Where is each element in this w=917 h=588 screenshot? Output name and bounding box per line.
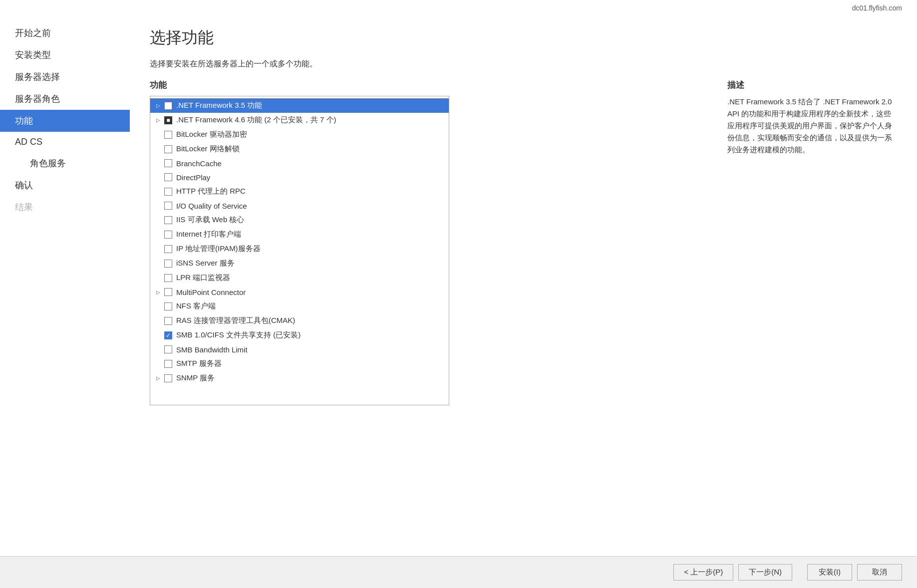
feature-item-smb1[interactable]: ✓SMB 1.0/CIFS 文件共享支持 (已安装) xyxy=(150,328,449,342)
expand-btn-directplay xyxy=(154,173,162,181)
checkbox-io-qos[interactable] xyxy=(164,202,172,210)
next-button[interactable]: 下一步(N) xyxy=(738,564,792,581)
feature-item-bitlocker-network[interactable]: BitLocker 网络解锁 xyxy=(150,142,449,156)
content-area: 选择功能 选择要安装在所选服务器上的一个或多个功能。 功能 ▷.NET Fram… xyxy=(130,12,917,556)
feature-item-internet-print[interactable]: Internet 打印客户端 xyxy=(150,227,449,242)
checkbox-ipam[interactable] xyxy=(164,245,172,253)
expand-btn-dotnet46[interactable]: ▷ xyxy=(154,116,162,124)
description-text: .NET Framework 3.5 结合了 .NET Framework 2.… xyxy=(727,96,897,156)
expand-btn-smtp xyxy=(154,360,162,368)
checkbox-dotnet35[interactable] xyxy=(164,102,172,110)
feature-name-bitlocker-drive: BitLocker 驱动器加密 xyxy=(176,130,247,139)
feature-name-dotnet35: .NET Framework 3.5 功能 xyxy=(176,101,262,110)
feature-item-isns[interactable]: iSNS Server 服务 xyxy=(150,256,449,271)
feature-item-iis-web[interactable]: IIS 可承载 Web 核心 xyxy=(150,213,449,227)
checkbox-isns[interactable] xyxy=(164,260,172,268)
feature-name-directplay: DirectPlay xyxy=(176,173,210,182)
checkbox-directplay[interactable] xyxy=(164,173,172,181)
feature-name-lpr: LPR 端口监视器 xyxy=(176,273,230,283)
feature-item-dotnet46[interactable]: ▷■.NET Framework 4.6 功能 (2 个已安装，共 7 个) xyxy=(150,113,449,127)
install-button[interactable]: 安装(I) xyxy=(807,564,852,581)
expand-btn-isns xyxy=(154,260,162,268)
expand-btn-multipoint[interactable]: ▷ xyxy=(154,288,162,296)
sidebar-item-ad-cs[interactable]: AD CS xyxy=(0,132,130,152)
checkbox-smb1[interactable]: ✓ xyxy=(164,331,172,339)
checkbox-smtp[interactable] xyxy=(164,360,172,368)
feature-name-smb-bw: SMB Bandwidth Limit xyxy=(176,345,248,354)
expand-btn-snmp[interactable]: ▷ xyxy=(154,374,162,382)
checkbox-branchcache[interactable] xyxy=(164,159,172,167)
expand-btn-nfs xyxy=(154,302,162,310)
feature-name-smtp: SMTP 服务器 xyxy=(176,359,222,368)
checkbox-ras-cmak[interactable] xyxy=(164,317,172,325)
feature-name-multipoint: MultiPoint Connector xyxy=(176,288,246,296)
sidebar-item-server-role[interactable]: 服务器角色 xyxy=(0,88,130,110)
sidebar-item-features[interactable]: 功能 xyxy=(0,110,130,132)
feature-name-snmp: SNMP 服务 xyxy=(176,373,215,383)
sidebar-item-confirm[interactable]: 确认 xyxy=(0,174,130,196)
sidebar-item-result: 结果 xyxy=(0,196,130,218)
checkbox-bitlocker-network[interactable] xyxy=(164,145,172,153)
sidebar-item-install-type[interactable]: 安装类型 xyxy=(0,44,130,66)
feature-name-smb1: SMB 1.0/CIFS 文件共享支持 (已安装) xyxy=(176,330,301,340)
feature-item-lpr[interactable]: LPR 端口监视器 xyxy=(150,271,449,285)
feature-item-smtp[interactable]: SMTP 服务器 xyxy=(150,356,449,371)
checkbox-dotnet46[interactable]: ■ xyxy=(164,116,172,124)
features-label: 功能 xyxy=(150,79,707,91)
feature-name-bitlocker-network: BitLocker 网络解锁 xyxy=(176,144,240,154)
checkbox-bitlocker-drive[interactable] xyxy=(164,131,172,139)
feature-item-io-qos[interactable]: I/O Quality of Service xyxy=(150,199,449,213)
feature-item-bitlocker-drive[interactable]: BitLocker 驱动器加密 xyxy=(150,127,449,142)
sidebar-item-role-service[interactable]: 角色服务 xyxy=(0,152,130,174)
feature-item-nfs[interactable]: NFS 客户端 xyxy=(150,299,449,313)
expand-btn-lpr xyxy=(154,274,162,282)
feature-name-http-rpc: HTTP 代理上的 RPC xyxy=(176,187,246,196)
expand-btn-internet-print xyxy=(154,231,162,239)
feature-item-ras-cmak[interactable]: RAS 连接管理器管理工具包(CMAK) xyxy=(150,313,449,328)
feature-item-smb-bw[interactable]: SMB Bandwidth Limit xyxy=(150,342,449,356)
instruction-text: 选择要安装在所选服务器上的一个或多个功能。 xyxy=(150,59,897,69)
feature-name-iis-web: IIS 可承载 Web 核心 xyxy=(176,215,244,225)
checkbox-lpr[interactable] xyxy=(164,274,172,282)
checkbox-snmp[interactable] xyxy=(164,374,172,382)
features-listbox[interactable]: ▷.NET Framework 3.5 功能▷■.NET Framework 4… xyxy=(150,96,449,405)
features-section: 功能 ▷.NET Framework 3.5 功能▷■.NET Framewor… xyxy=(150,79,707,541)
expand-btn-io-qos xyxy=(154,202,162,210)
feature-name-branchcache: BranchCache xyxy=(176,159,222,168)
feature-name-dotnet46: .NET Framework 4.6 功能 (2 个已安装，共 7 个) xyxy=(176,115,336,125)
sidebar: 开始之前安装类型服务器选择服务器角色功能AD CS角色服务确认结果 xyxy=(0,12,130,556)
feature-item-snmp[interactable]: ▷SNMP 服务 xyxy=(150,371,449,385)
checkbox-nfs[interactable] xyxy=(164,302,172,310)
feature-item-http-rpc[interactable]: HTTP 代理上的 RPC xyxy=(150,184,449,199)
checkbox-iis-web[interactable] xyxy=(164,216,172,224)
feature-name-nfs: NFS 客户端 xyxy=(176,301,216,311)
description-section: 描述 .NET Framework 3.5 结合了 .NET Framework… xyxy=(727,79,897,541)
feature-item-dotnet35[interactable]: ▷.NET Framework 3.5 功能 xyxy=(150,98,449,113)
feature-name-io-qos: I/O Quality of Service xyxy=(176,202,247,210)
feature-item-ipam[interactable]: IP 地址管理(IPAM)服务器 xyxy=(150,242,449,256)
expand-btn-bitlocker-network xyxy=(154,145,162,153)
back-button[interactable]: < 上一步(P) xyxy=(673,564,733,581)
server-info-bar: dc01.flyfish.com xyxy=(0,0,917,12)
checkbox-http-rpc[interactable] xyxy=(164,188,172,196)
expand-btn-dotnet35[interactable]: ▷ xyxy=(154,102,162,110)
feature-item-branchcache[interactable]: BranchCache xyxy=(150,156,449,170)
description-label: 描述 xyxy=(727,79,897,91)
feature-name-isns: iSNS Server 服务 xyxy=(176,259,235,268)
checkbox-internet-print[interactable] xyxy=(164,231,172,239)
sidebar-item-server-select[interactable]: 服务器选择 xyxy=(0,66,130,88)
feature-name-ras-cmak: RAS 连接管理器管理工具包(CMAK) xyxy=(176,316,295,325)
checkbox-smb-bw[interactable] xyxy=(164,345,172,353)
feature-item-multipoint[interactable]: ▷MultiPoint Connector xyxy=(150,285,449,299)
expand-btn-smb1 xyxy=(154,331,162,339)
checkbox-multipoint[interactable] xyxy=(164,288,172,296)
expand-btn-bitlocker-drive xyxy=(154,131,162,139)
feature-name-ipam: IP 地址管理(IPAM)服务器 xyxy=(176,244,261,254)
sidebar-item-before-start[interactable]: 开始之前 xyxy=(0,22,130,44)
expand-btn-http-rpc xyxy=(154,188,162,196)
expand-btn-branchcache xyxy=(154,159,162,167)
feature-item-directplay[interactable]: DirectPlay xyxy=(150,170,449,184)
cancel-button[interactable]: 取消 xyxy=(857,564,902,581)
bottom-bar: < 上一步(P) 下一步(N) 安装(I) 取消 xyxy=(0,556,917,588)
expand-btn-ras-cmak xyxy=(154,317,162,325)
